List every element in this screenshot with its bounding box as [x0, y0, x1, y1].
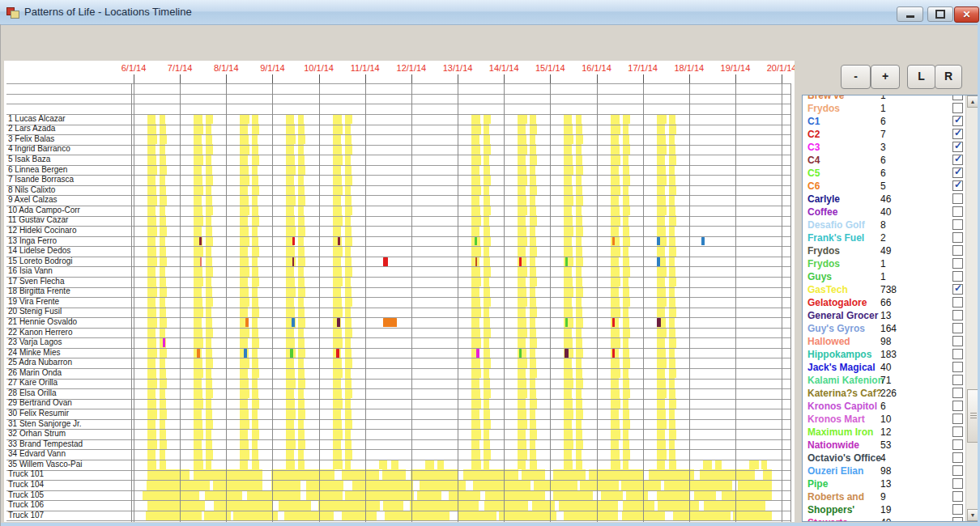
- legend-item[interactable]: C16✓: [803, 115, 965, 128]
- scrollbar-thumb[interactable]: [967, 389, 978, 443]
- date-label: 7/1/14: [157, 63, 202, 73]
- legend-checkbox[interactable]: [952, 219, 963, 230]
- legend-item[interactable]: Frydos1: [803, 257, 965, 270]
- legend-item[interactable]: Coffee40: [803, 206, 965, 218]
- activity-bar: [147, 257, 157, 267]
- legend-item[interactable]: Pipe13: [803, 477, 965, 490]
- maximize-button[interactable]: [927, 6, 953, 22]
- activity-bar: [657, 388, 667, 399]
- legend-checkbox[interactable]: [952, 258, 963, 269]
- legend-label: Hippokampos: [807, 348, 871, 361]
- legend-item[interactable]: C33✓: [803, 141, 965, 154]
- grid-line-v: [597, 83, 598, 522]
- legend-item[interactable]: Frydos1: [803, 102, 965, 115]
- zoom-in-button[interactable]: +: [871, 65, 900, 89]
- legend-item[interactable]: Hippokampos183: [803, 348, 965, 361]
- legend-item[interactable]: Kalami Kafenion71: [803, 374, 965, 387]
- close-button[interactable]: ✕: [954, 6, 979, 23]
- legend-scrollbar[interactable]: ▲ ▼: [965, 95, 978, 521]
- legend-item[interactable]: Maximum Iron12: [803, 426, 965, 439]
- scroll-right-button[interactable]: R: [935, 65, 962, 89]
- title-bar[interactable]: Patterns of Life - Locations Timeline ✕: [0, 0, 980, 25]
- legend-item[interactable]: C65✓: [803, 180, 965, 193]
- legend-checkbox[interactable]: [952, 349, 963, 359]
- legend-item[interactable]: Stewarts40: [803, 516, 965, 522]
- legend-checkbox[interactable]: [952, 297, 963, 308]
- legend-item[interactable]: C56✓: [803, 167, 965, 180]
- scroll-up-button[interactable]: ▲: [967, 95, 978, 108]
- legend-item[interactable]: Jack's Magical40: [803, 361, 965, 374]
- legend-item[interactable]: Guys1: [803, 270, 965, 283]
- legend-checkbox[interactable]: [952, 103, 963, 113]
- legend-item[interactable]: Gelatogalore66: [803, 296, 965, 309]
- legend-checkbox[interactable]: ✓: [952, 180, 963, 191]
- grid-line-v: [550, 83, 551, 522]
- legend-item[interactable]: C46✓: [803, 154, 965, 167]
- legend-checkbox[interactable]: [952, 193, 963, 204]
- legend-checkbox[interactable]: [952, 271, 963, 282]
- legend-label: GasTech: [807, 283, 848, 296]
- legend-checkbox[interactable]: [952, 310, 963, 320]
- legend-checkbox[interactable]: [952, 465, 963, 476]
- activity-bar: [657, 124, 665, 134]
- legend-item[interactable]: Ouzeri Elian98: [803, 464, 965, 477]
- legend-checkbox[interactable]: [952, 95, 963, 100]
- activity-bar: [657, 449, 667, 460]
- legend-item[interactable]: Guy's Gyros164: [803, 322, 965, 335]
- event-mark: [383, 257, 388, 266]
- legend-item[interactable]: Carlyle46: [803, 193, 965, 206]
- row-label: 31 Sten Sanjorge Jr.: [8, 419, 82, 430]
- legend-checkbox[interactable]: [952, 452, 963, 463]
- activity-bar: [333, 297, 342, 308]
- legend-checkbox[interactable]: [952, 388, 963, 398]
- legend-checkbox[interactable]: ✓: [952, 284, 963, 295]
- zoom-out-button[interactable]: -: [841, 65, 871, 89]
- legend-checkbox[interactable]: ✓: [952, 155, 963, 165]
- legend-item[interactable]: GasTech738✓: [803, 283, 965, 296]
- activity-bar: [194, 337, 203, 348]
- legend-checkbox[interactable]: [952, 323, 963, 333]
- legend-item[interactable]: Shoppers'19: [803, 503, 965, 516]
- legend-item[interactable]: Kronos Capitol6: [803, 400, 965, 413]
- activity-bar: [484, 348, 490, 358]
- legend-item[interactable]: Nationwide53: [803, 439, 965, 452]
- legend-item[interactable]: Octavio's Office4: [803, 452, 965, 464]
- activity-bar: [252, 155, 259, 165]
- legend-checkbox[interactable]: [952, 401, 963, 411]
- legend-checkbox[interactable]: ✓: [952, 129, 963, 139]
- minimize-button[interactable]: [897, 6, 923, 22]
- legend-item[interactable]: Roberts and9: [803, 490, 965, 503]
- date-label: 20/1/14: [759, 63, 795, 73]
- legend-checkbox[interactable]: [952, 206, 963, 217]
- legend-checkbox[interactable]: [952, 478, 963, 489]
- legend-checkbox[interactable]: [952, 504, 963, 515]
- legend-item[interactable]: Frydos49: [803, 244, 965, 257]
- legend-checkbox[interactable]: [952, 232, 963, 243]
- legend-label: C3: [807, 141, 820, 154]
- legend-checkbox[interactable]: [952, 426, 963, 437]
- activity-bar: [623, 215, 628, 226]
- legend-checkbox[interactable]: [952, 375, 963, 385]
- scroll-left-button[interactable]: L: [907, 65, 935, 89]
- legend-checkbox[interactable]: [952, 414, 963, 424]
- legend-checkbox[interactable]: ✓: [952, 142, 963, 152]
- legend-item[interactable]: Kronos Mart10: [803, 413, 965, 426]
- legend-item[interactable]: General Grocer13: [803, 309, 965, 322]
- legend-item[interactable]: Katerina?s Caf?226: [803, 387, 965, 400]
- legend-checkbox[interactable]: [952, 439, 963, 450]
- legend-checkbox[interactable]: ✓: [952, 116, 963, 126]
- legend-checkbox[interactable]: [952, 491, 963, 502]
- legend-checkbox[interactable]: [952, 517, 963, 522]
- legend-item[interactable]: Desafio Golf8: [803, 218, 965, 231]
- legend-item[interactable]: Frank's Fuel2: [803, 231, 965, 244]
- activity-bar: [664, 480, 732, 490]
- activity-bar: [576, 307, 582, 317]
- legend-checkbox[interactable]: [952, 336, 963, 346]
- legend-item[interactable]: Brew've1: [803, 95, 965, 102]
- scroll-down-button[interactable]: ▼: [967, 509, 978, 521]
- legend-checkbox[interactable]: [952, 362, 963, 372]
- legend-item[interactable]: Hallowed98: [803, 335, 965, 348]
- legend-item[interactable]: C27✓: [803, 128, 965, 141]
- legend-checkbox[interactable]: ✓: [952, 168, 963, 178]
- legend-checkbox[interactable]: [952, 245, 963, 256]
